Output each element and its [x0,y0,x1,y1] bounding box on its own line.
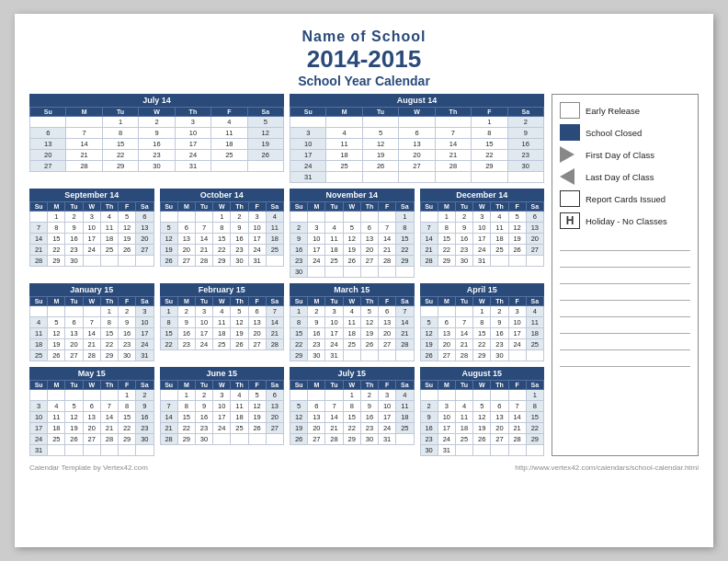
cal-cell [160,390,177,401]
cal-cell: 21 [100,423,118,434]
cal-cell [195,212,212,223]
cal-cell [438,306,455,317]
cal-cell: 15 [473,328,491,339]
cal-cell: 7 [379,223,396,234]
cal-day-header: Th [100,381,118,390]
cal-table-jan15: SuMTuWThFSa12345678910111213141516171819… [29,296,154,361]
cal-cell: 2 [491,306,508,317]
cal-cell: 3 [473,212,491,223]
cal-cell: 14 [30,234,48,245]
cal-cell [48,445,65,456]
cal-cell: 23 [455,245,472,256]
cal-cell: 21 [83,339,100,350]
cal-cell: 16 [360,412,378,423]
cal-cell: 25 [231,423,248,434]
cal-cell: 5 [231,306,248,317]
cal-cell: 25 [266,245,283,256]
cal-cell: 19 [119,234,136,245]
cal-cell: 25 [455,434,472,445]
cal-cell: 16 [177,328,195,339]
cal-cell: 26 [473,434,491,445]
cal-day-header: W [343,202,360,212]
calendar-mar15: March 15SuMTuWThFSa123456789101112131415… [290,283,415,361]
cal-cell: 29 [473,350,491,361]
cal-cell: 7 [396,306,414,317]
cal-table-aug15: SuMTuWThFSa12345678910111213141516171819… [420,380,545,456]
cal-cell: 29 [526,434,543,445]
cal-cell: 31 [175,161,210,172]
cal-day-header: W [83,202,100,212]
cal-cell: 14 [379,234,396,245]
cal-header-jul15: July 15 [290,367,415,380]
cal-cell: 19 [343,245,360,256]
cal-cell: 14 [195,234,212,245]
cal-cell: 8 [213,223,231,234]
cal-cell: 5 [473,401,491,412]
year: 2014-2015 [29,45,699,74]
cal-table-jun15: SuMTuWThFSa12345678910111213141516171819… [160,380,285,445]
cal-cell: 24 [473,245,491,256]
cal-cell: 22 [396,245,414,256]
cal-cell: 14 [396,317,414,328]
cal-cell: 17 [438,423,455,434]
cal-cell: 3 [248,212,266,223]
cal-cell: 2 [231,212,248,223]
cal-day-header: F [119,297,136,306]
cal-cell: 26 [343,256,360,267]
cal-cell: 5 [48,317,65,328]
cal-day-header: M [308,202,325,212]
cal-day-header: M [48,381,65,390]
cal-cell: 14 [66,139,102,150]
legend-label-early-release: Early Release [586,106,640,116]
cal-cell: 10 [508,317,526,328]
cal-cell: 16 [491,328,508,339]
cal-cell: 17 [213,412,231,423]
cal-cell: 20 [491,423,508,434]
cal-cell: 18 [30,339,48,350]
cal-cell [100,445,118,456]
cal-cell: 25 [30,350,48,361]
cal-cell: 22 [526,423,543,434]
cal-cell: 7 [100,401,118,412]
cal-cell: 14 [455,328,472,339]
cal-day-header: M [48,202,65,212]
cal-cell: 20 [379,328,396,339]
cal-cell [396,434,414,445]
cal-day-header: Th [360,202,378,212]
cal-cell: 3 [83,212,100,223]
cal-cell: 9 [65,223,83,234]
cal-row-4: May 15SuMTuWThFSa12345678910111213141516… [29,367,544,456]
cal-day-header: Su [30,202,48,212]
cal-cell: 5 [160,223,177,234]
cal-cell [65,390,83,401]
cal-cell: 16 [195,412,212,423]
cal-cell: 17 [379,412,396,423]
cal-table-aug14: SuMTuWThFSa12345678910111213141516171819… [290,107,544,183]
cal-cell: 11 [491,223,508,234]
cal-cell: 13 [266,401,283,412]
cal-cell: 7 [83,317,100,328]
cal-day-header: F [379,297,396,306]
cal-cell: 1 [343,390,360,401]
cal-cell: 2 [195,390,212,401]
cal-cell: 2 [420,401,438,412]
cal-cell: 22 [177,423,195,434]
cal-table-dec14: SuMTuWThFSa12345678910111213141516171819… [420,201,545,267]
cal-cell: 11 [326,139,362,150]
cal-cell: 12 [48,328,65,339]
cal-day-header: Tu [195,297,212,306]
cal-day-header: Th [360,297,378,306]
cal-day-header: Sa [247,108,283,117]
cal-cell: 13 [379,317,396,328]
cal-cell: 4 [213,306,231,317]
cal-cell: 10 [30,412,48,423]
cal-cell: 21 [266,328,283,339]
cal-day-header: F [119,381,136,390]
cal-day-header: F [248,297,266,306]
cal-cell: 9 [491,317,508,328]
calendar-oct14: October 14SuMTuWThFSa1234567891011121314… [160,189,285,278]
cal-cell: 26 [65,434,83,445]
cal-cell [455,445,472,456]
cal-cell [100,390,118,401]
cal-cell: 8 [48,223,65,234]
